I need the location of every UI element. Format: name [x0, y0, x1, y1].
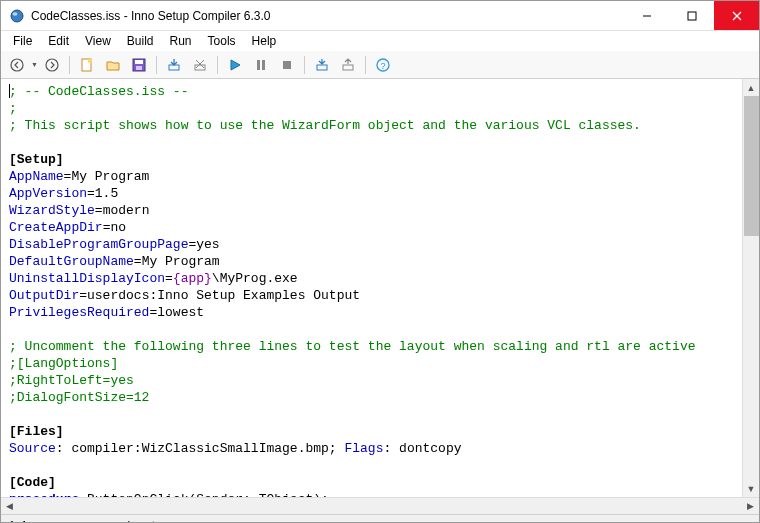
svg-rect-20	[317, 65, 327, 70]
scroll-left-icon[interactable]: ◀	[1, 498, 18, 514]
minimize-button[interactable]	[624, 1, 669, 30]
back-button[interactable]	[5, 54, 29, 76]
window-title: CodeClasses.iss - Inno Setup Compiler 6.…	[31, 9, 624, 23]
new-button[interactable]	[75, 54, 99, 76]
close-button[interactable]	[714, 1, 759, 30]
target-setup-button[interactable]	[310, 54, 334, 76]
code-editor[interactable]: ; -- CodeClasses.iss -- ; ; This script …	[1, 79, 742, 497]
menu-edit[interactable]: Edit	[40, 32, 77, 50]
menubar: File Edit View Build Run Tools Help	[1, 31, 759, 51]
toolbar-separator	[365, 56, 366, 74]
svg-point-1	[13, 12, 18, 16]
menu-file[interactable]: File	[5, 32, 40, 50]
toolbar-separator	[217, 56, 218, 74]
scroll-up-icon[interactable]: ▲	[743, 79, 759, 96]
svg-rect-3	[688, 12, 696, 20]
statusbar: 1: 1 Insert	[1, 514, 759, 523]
svg-text:?: ?	[380, 60, 385, 70]
horizontal-scrollbar[interactable]: ◀ ▶	[1, 497, 759, 514]
svg-rect-21	[343, 65, 353, 70]
save-button[interactable]	[127, 54, 151, 76]
app-icon	[9, 8, 25, 24]
toolbar-separator	[156, 56, 157, 74]
status-mode: Insert	[127, 519, 155, 524]
stop-compile-button[interactable]	[188, 54, 212, 76]
dropdown-arrow-icon[interactable]: ▼	[31, 61, 38, 68]
titlebar: CodeClasses.iss - Inno Setup Compiler 6.…	[1, 1, 759, 31]
svg-point-9	[88, 58, 92, 62]
forward-button[interactable]	[40, 54, 64, 76]
maximize-button[interactable]	[669, 1, 714, 30]
scrollbar-thumb[interactable]	[744, 96, 759, 236]
vertical-scrollbar[interactable]: ▲ ▼	[742, 79, 759, 497]
status-position: 1: 1	[9, 519, 27, 524]
menu-view[interactable]: View	[77, 32, 119, 50]
menu-help[interactable]: Help	[244, 32, 285, 50]
scroll-right-icon[interactable]: ▶	[742, 498, 759, 514]
run-button[interactable]	[223, 54, 247, 76]
editor-area: ; -- CodeClasses.iss -- ; ; This script …	[1, 79, 759, 497]
svg-point-6	[11, 59, 23, 71]
scrollbar-track[interactable]	[18, 498, 742, 514]
svg-point-0	[11, 10, 23, 22]
svg-rect-11	[135, 60, 143, 64]
menu-build[interactable]: Build	[119, 32, 162, 50]
window-controls	[624, 1, 759, 30]
stop-button[interactable]	[275, 54, 299, 76]
target-uninstall-button[interactable]	[336, 54, 360, 76]
toolbar-separator	[69, 56, 70, 74]
scroll-down-icon[interactable]: ▼	[743, 480, 759, 497]
svg-point-7	[46, 59, 58, 71]
svg-rect-18	[262, 60, 265, 70]
toolbar: ▼ ?	[1, 51, 759, 79]
svg-rect-19	[283, 61, 291, 69]
svg-rect-17	[257, 60, 260, 70]
open-button[interactable]	[101, 54, 125, 76]
toolbar-separator	[304, 56, 305, 74]
svg-rect-12	[136, 66, 142, 70]
help-button[interactable]: ?	[371, 54, 395, 76]
menu-run[interactable]: Run	[162, 32, 200, 50]
pause-button[interactable]	[249, 54, 273, 76]
text-cursor	[9, 84, 10, 98]
menu-tools[interactable]: Tools	[200, 32, 244, 50]
compile-button[interactable]	[162, 54, 186, 76]
